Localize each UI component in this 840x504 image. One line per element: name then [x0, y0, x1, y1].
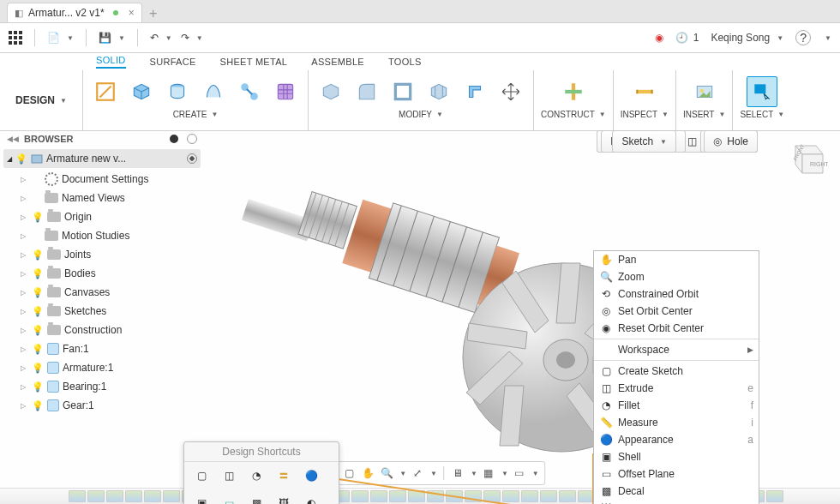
timeline-feature[interactable]: [427, 490, 444, 502]
construct-icon[interactable]: [558, 76, 589, 107]
workspace-switcher[interactable]: DESIGN▼: [0, 70, 82, 130]
grid-icon[interactable]: ▦: [481, 465, 496, 481]
tree-row[interactable]: ▷💡Armature:1: [3, 358, 201, 377]
timeline-feature[interactable]: [521, 490, 538, 502]
pending-jobs[interactable]: 🕘1: [675, 32, 699, 44]
activate-icon[interactable]: [187, 153, 197, 164]
bulb-icon[interactable]: 💡: [32, 363, 44, 374]
expand-icon[interactable]: ▷: [21, 383, 28, 391]
ctx-pan[interactable]: ✋Pan: [594, 251, 759, 268]
look-at-icon[interactable]: ▢: [341, 465, 357, 481]
bulb-icon[interactable]: 💡: [32, 400, 44, 411]
expand-icon[interactable]: ▷: [21, 251, 28, 259]
press-pull-icon[interactable]: [315, 76, 346, 107]
ctx-workspace[interactable]: Workspace▶: [594, 341, 759, 358]
fit-icon[interactable]: ⤢: [410, 465, 425, 481]
ctx-reset-orbit[interactable]: ◉Reset Orbit Center: [594, 320, 759, 337]
ctx-shell[interactable]: ▣Shell: [594, 448, 759, 465]
revolvle-icon[interactable]: [198, 76, 229, 107]
ctx-constrained-orbit[interactable]: ⟲Constrained Orbit: [594, 285, 759, 303]
tab-surface[interactable]: SURFACE: [150, 57, 196, 67]
inspect-icon[interactable]: [629, 76, 660, 107]
shortcut-zebra-icon[interactable]: ◐: [303, 495, 320, 504]
timeline-feature[interactable]: [483, 490, 501, 502]
redo-button[interactable]: ↷▼: [181, 32, 203, 44]
bulb-icon[interactable]: 💡: [32, 306, 44, 317]
tree-row[interactable]: ▷💡Origin: [3, 207, 201, 226]
tree-row[interactable]: ▷Document Settings: [3, 170, 201, 189]
group-modify[interactable]: MODIFY▼: [399, 110, 443, 119]
shortcut-fillet-icon[interactable]: ◔: [248, 467, 265, 484]
timeline-feature[interactable]: [144, 490, 161, 502]
shortcut-decal-icon[interactable]: ▩: [248, 495, 265, 504]
shortcut-appearance-icon[interactable]: 🔵: [303, 467, 320, 484]
group-construct[interactable]: CONSTRUCT▼: [541, 110, 606, 119]
expand-icon[interactable]: ▷: [21, 364, 28, 372]
ctx-measure[interactable]: 📏Measurei: [594, 414, 759, 431]
ctx-fillet[interactable]: ◔Filletf: [594, 397, 759, 414]
group-select[interactable]: SELECT▼: [740, 110, 784, 119]
sweep-icon[interactable]: [234, 76, 265, 107]
shortcut-measure-icon[interactable]: 〓: [275, 467, 292, 484]
timeline-feature[interactable]: [106, 490, 123, 502]
save-button[interactable]: 💾▼: [99, 32, 125, 44]
extrude-icon[interactable]: [162, 76, 193, 107]
group-create[interactable]: CREATE▼: [173, 110, 219, 119]
shortcut-canvas-icon[interactable]: 🖼: [275, 495, 292, 504]
view-cube[interactable]: RIGHT FRONT: [783, 135, 828, 183]
shortcut-offset-plane-icon[interactable]: ▭: [220, 495, 237, 504]
bulb-icon[interactable]: 💡: [32, 344, 44, 355]
timeline-feature[interactable]: [540, 490, 557, 502]
close-icon[interactable]: ×: [129, 7, 135, 19]
help-icon[interactable]: ?: [795, 30, 811, 45]
ctx-extrude[interactable]: ◫Extrudee: [594, 380, 759, 397]
timeline-feature[interactable]: [502, 490, 519, 502]
sketch-menu-button[interactable]: Sketch▼: [612, 130, 676, 153]
insert-icon[interactable]: [689, 76, 720, 107]
bulb-icon[interactable]: 💡: [32, 287, 44, 298]
expand-icon[interactable]: ▷: [21, 345, 28, 353]
expand-icon[interactable]: ▷: [21, 176, 28, 183]
draft-icon[interactable]: [459, 76, 490, 107]
timeline-feature[interactable]: [559, 490, 576, 502]
box-icon[interactable]: [126, 76, 157, 107]
tree-row[interactable]: ▷💡Fan:1: [3, 339, 201, 358]
expand-icon[interactable]: ▷: [21, 195, 28, 202]
shell-icon[interactable]: [387, 76, 418, 107]
record-icon[interactable]: ◉: [655, 32, 663, 44]
tree-row[interactable]: ▷💡Bodies: [3, 264, 201, 283]
bulb-icon[interactable]: 💡: [15, 153, 27, 165]
tree-row[interactable]: ▷💡Joints: [3, 245, 201, 264]
viewport-icon[interactable]: ▭: [512, 465, 527, 481]
timeline-feature[interactable]: [351, 490, 369, 502]
timeline-feature[interactable]: [389, 490, 406, 502]
file-menu[interactable]: 📄▼: [47, 32, 74, 44]
bulb-icon[interactable]: 💡: [32, 325, 44, 336]
bulb-icon[interactable]: 💡: [32, 212, 44, 223]
ctx-decal[interactable]: ▩Decal: [594, 483, 759, 500]
fillet-icon[interactable]: [351, 76, 382, 107]
browser-root[interactable]: ◢ 💡 Armature new v...: [3, 149, 201, 168]
bulb-icon[interactable]: 💡: [32, 268, 44, 279]
group-insert[interactable]: INSERT▼: [683, 110, 725, 119]
ctx-appearance[interactable]: 🔵Appearancea: [594, 431, 759, 448]
tab-solid[interactable]: SOLID: [96, 55, 126, 69]
ctx-attached-canvas[interactable]: 🖼Attached Canvas: [594, 500, 759, 504]
expand-icon[interactable]: ▷: [21, 327, 28, 334]
combine-icon[interactable]: [423, 76, 454, 107]
ctx-set-orbit[interactable]: ◎Set Orbit Center: [594, 303, 759, 320]
pan-tool-icon[interactable]: ✋: [360, 465, 375, 481]
timeline-feature[interactable]: [125, 490, 142, 502]
undo-button[interactable]: ↶▼: [150, 32, 172, 44]
panel-toggle-icon[interactable]: [170, 135, 178, 143]
expand-icon[interactable]: ▷: [21, 232, 28, 240]
shortcut-extrude-icon[interactable]: ◫: [220, 467, 237, 484]
expand-icon[interactable]: ▷: [21, 270, 28, 278]
apps-grid-icon[interactable]: [9, 31, 22, 45]
tree-row[interactable]: ▷💡Sketches: [3, 302, 201, 321]
tab-sheet-metal[interactable]: SHEET METAL: [220, 57, 288, 67]
expand-icon[interactable]: ▷: [21, 402, 28, 410]
timeline-feature[interactable]: [87, 490, 105, 502]
ctx-offset-plane[interactable]: ▭Offset Plane: [594, 465, 759, 483]
shortcut-create-sketch-icon[interactable]: ▢: [193, 467, 210, 484]
